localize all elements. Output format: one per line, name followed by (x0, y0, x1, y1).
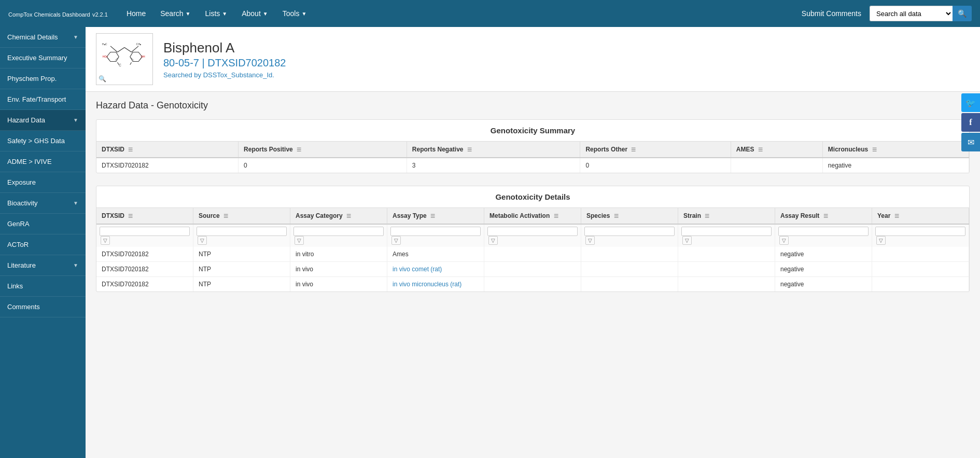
sidebar-item-physchem[interactable]: Physchem Prop. (0, 68, 86, 89)
sidebar: Chemical Details ▼ Executive Summary Phy… (0, 27, 86, 458)
col-menu-icon[interactable]: ☰ (554, 213, 558, 219)
chemical-search-info: Searched by DSSTox_Substance_Id. (163, 71, 286, 79)
facebook-share-button[interactable]: f (961, 113, 980, 132)
hazard-genotoxicity-section: Hazard Data - Genotoxicity Genotoxicity … (86, 92, 980, 313)
twitter-share-button[interactable]: 🐦 (961, 93, 980, 112)
filter-assay-type-btn[interactable]: ▽ (391, 236, 401, 245)
col-menu-icon[interactable]: ☰ (297, 147, 301, 152)
cell-species (581, 262, 678, 277)
col-menu-icon[interactable]: ☰ (128, 147, 133, 152)
filter-species-btn[interactable]: ▽ (585, 236, 595, 245)
svg-line-11 (108, 58, 110, 60)
tools-caret-icon: ▼ (301, 11, 306, 17)
col-menu-icon[interactable]: ☰ (631, 147, 636, 152)
sidebar-item-chemical-details[interactable]: Chemical Details ▼ (0, 27, 86, 48)
main-content: H₃C CH₃ HO OH (86, 27, 980, 458)
svg-line-5 (132, 46, 139, 52)
svg-line-4 (110, 46, 118, 52)
sidebar-item-literature[interactable]: Literature ▼ (0, 255, 86, 276)
magnify-icon[interactable]: 🔍 (99, 75, 106, 82)
chemical-id: 80-05-7 | DTXSID7020182 (163, 57, 286, 69)
cell-source: NTP (193, 247, 290, 262)
col-menu-icon[interactable]: ☰ (894, 213, 899, 219)
col-menu-icon[interactable]: ☰ (128, 213, 133, 219)
cell-reports-positive: 0 (239, 158, 407, 173)
sidebar-item-hazard-data[interactable]: Hazard Data ▼ (0, 110, 86, 131)
layout: Chemical Details ▼ Executive Summary Phy… (0, 27, 980, 458)
filter-assay-type[interactable] (390, 227, 481, 236)
cell-metabolic (484, 247, 581, 262)
filter-assay-result[interactable] (778, 227, 869, 236)
submit-comments-link[interactable]: Submit Comments (802, 9, 861, 18)
email-icon: ✉ (968, 137, 974, 147)
col-menu-icon[interactable]: ☰ (823, 213, 828, 219)
cell-dtxsid: DTXSID7020182 (96, 262, 193, 277)
col-strain: Strain ☰ (678, 208, 775, 224)
filter-assay-result-btn[interactable]: ▽ (779, 236, 789, 245)
filter-species[interactable] (584, 227, 675, 236)
col-menu-icon[interactable]: ☰ (614, 213, 619, 219)
filter-strain[interactable] (681, 227, 772, 236)
svg-line-2 (118, 48, 125, 52)
cell-year (872, 247, 969, 262)
navbar: CompTox Chemicals Dashboard v2.2.1 Home … (0, 0, 980, 27)
filter-assay-category-btn[interactable]: ▽ (295, 236, 304, 245)
cell-assay-result: negative (775, 277, 872, 292)
sidebar-item-links[interactable]: Links (0, 276, 86, 297)
filter-year-btn[interactable]: ▽ (876, 236, 886, 245)
filter-assay-category[interactable] (293, 227, 384, 236)
filter-metabolic[interactable] (487, 227, 578, 236)
col-menu-icon[interactable]: ☰ (705, 213, 709, 219)
cell-source: NTP (193, 262, 290, 277)
cell-reports-negative: 3 (407, 158, 580, 173)
col-menu-icon[interactable]: ☰ (872, 147, 877, 152)
cell-ames (731, 158, 822, 173)
literature-chevron-icon: ▼ (73, 262, 78, 268)
bioactivity-chevron-icon: ▼ (73, 200, 78, 206)
sidebar-item-genra[interactable]: GenRA (0, 214, 86, 234)
filter-strain-btn[interactable]: ▽ (682, 236, 692, 245)
email-share-button[interactable]: ✉ (961, 133, 980, 151)
col-menu-icon[interactable]: ☰ (223, 213, 228, 219)
search-input[interactable]: Search all data (870, 6, 953, 21)
col-reports-other: Reports Other ☰ (580, 142, 731, 158)
search-button[interactable]: 🔍 (953, 6, 972, 21)
col-assay-category: Assay Category ☰ (290, 208, 387, 224)
col-menu-icon[interactable]: ☰ (430, 213, 435, 219)
sidebar-item-safety-ghs[interactable]: Safety > GHS Data (0, 131, 86, 151)
cell-assay-result: negative (775, 262, 872, 277)
details-filter-row: ▽ ▽ ▽ ▽ ▽ ▽ ▽ ▽ ▽ (96, 224, 969, 247)
sidebar-item-comments[interactable]: Comments (0, 297, 86, 317)
nav-tools[interactable]: Tools ▼ (276, 6, 313, 21)
filter-dtxsid-btn[interactable]: ▽ (101, 236, 110, 245)
nav-about[interactable]: About ▼ (235, 6, 274, 21)
svg-text:OH: OH (141, 55, 145, 58)
cell-assay-category: in vitro (290, 247, 387, 262)
cell-micronucleus: negative (822, 158, 969, 173)
col-ames: AMES ☰ (731, 142, 822, 158)
nav-lists[interactable]: Lists ▼ (199, 6, 234, 21)
col-menu-icon[interactable]: ☰ (758, 147, 763, 152)
sidebar-item-env-fate[interactable]: Env. Fate/Transport (0, 89, 86, 110)
filter-year[interactable] (875, 227, 965, 236)
chemical-header: H₃C CH₃ HO OH (86, 27, 980, 92)
filter-source-btn[interactable]: ▽ (198, 236, 207, 245)
facebook-icon: f (969, 118, 972, 127)
sidebar-item-exposure[interactable]: Exposure (0, 172, 86, 193)
col-reports-negative: Reports Negative ☰ (407, 142, 580, 158)
lists-caret-icon: ▼ (222, 11, 227, 17)
sidebar-item-actor[interactable]: ACToR (0, 234, 86, 255)
sidebar-item-bioactivity[interactable]: Bioactivity ▼ (0, 193, 86, 214)
col-menu-icon[interactable]: ☰ (467, 147, 472, 152)
filter-metabolic-btn[interactable]: ▽ (488, 236, 498, 245)
svg-line-17 (130, 62, 132, 65)
nav-home[interactable]: Home (120, 6, 152, 21)
svg-text:H₃C: H₃C (102, 43, 107, 46)
cell-assay-type: in vivo comet (rat) (387, 262, 484, 277)
filter-source[interactable] (197, 227, 287, 236)
sidebar-item-adme[interactable]: ADME > IVIVE (0, 151, 86, 172)
sidebar-item-executive-summary[interactable]: Executive Summary (0, 48, 86, 68)
col-menu-icon[interactable]: ☰ (346, 213, 351, 219)
nav-search[interactable]: Search ▼ (154, 6, 197, 21)
filter-dtxsid[interactable] (100, 227, 190, 236)
